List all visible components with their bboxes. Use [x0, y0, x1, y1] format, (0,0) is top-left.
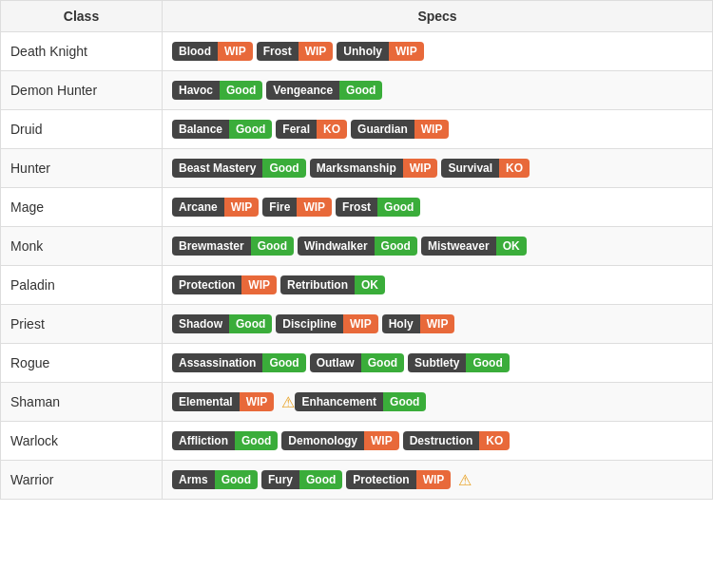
spec-status: Good: [220, 81, 262, 100]
spec-status: WIP: [420, 314, 455, 333]
spec-badge: WindwalkerGood: [298, 237, 417, 256]
spec-name: Brewmaster: [172, 237, 251, 256]
spec-name: Arms: [172, 470, 215, 489]
spec-name: Destruction: [403, 431, 480, 450]
spec-name: Outlaw: [310, 353, 361, 372]
warning-icon: ⚠: [458, 471, 472, 489]
spec-name: Mistweaver: [421, 237, 496, 256]
spec-badge: ShadowGood: [172, 314, 272, 333]
class-cell: Rogue: [1, 344, 163, 383]
spec-badge: ProtectionWIP: [172, 275, 277, 294]
spec-status: WIP: [241, 275, 277, 294]
spec-badge: ProtectionWIP: [346, 470, 451, 489]
spec-badge: EnhancementGood: [295, 392, 426, 411]
specs-cell: Beast MasteryGoodMarksmanshipWIPSurvival…: [163, 149, 713, 188]
spec-name: Affliction: [172, 431, 235, 450]
spec-name: Beast Mastery: [172, 159, 262, 178]
class-cell: Priest: [1, 305, 163, 344]
spec-name: Shadow: [172, 314, 229, 333]
spec-badge: HolyWIP: [382, 314, 455, 333]
spec-name: Balance: [172, 120, 229, 139]
spec-status: Good: [262, 353, 305, 372]
spec-status: OK: [355, 275, 385, 294]
spec-name: Blood: [172, 42, 218, 61]
spec-name: Havoc: [172, 81, 220, 100]
spec-badge: Beast MasteryGood: [172, 159, 306, 178]
spec-status: Good: [251, 237, 294, 256]
spec-name: Holy: [382, 314, 420, 333]
spec-badge: ArmsGood: [172, 470, 258, 489]
spec-status: WIP: [224, 198, 260, 217]
spec-name: Enhancement: [295, 392, 383, 411]
spec-name: Marksmanship: [310, 159, 403, 178]
spec-name: Guardian: [351, 120, 414, 139]
spec-status: Good: [229, 120, 272, 139]
spec-status: WIP: [299, 42, 334, 61]
spec-name: Protection: [172, 275, 241, 294]
spec-status: Good: [466, 353, 509, 372]
spec-name: Vengeance: [266, 81, 339, 100]
spec-name: Fury: [261, 470, 299, 489]
specs-cell: ArcaneWIPFireWIPFrostGood: [163, 188, 713, 227]
specs-cell: AfflictionGoodDemonologyWIPDestructionKO: [163, 422, 713, 461]
spec-name: Frost: [336, 198, 377, 217]
spec-name: Windwalker: [298, 237, 375, 256]
spec-badge: SubtletyGood: [408, 353, 510, 372]
spec-name: Demonology: [281, 431, 364, 450]
spec-badge: FeralKO: [276, 120, 347, 139]
class-cell: Warrior: [1, 461, 163, 500]
spec-name: Protection: [346, 470, 415, 489]
class-cell: Monk: [1, 227, 163, 266]
spec-status: WIP: [297, 198, 332, 217]
spec-badge: RetributionOK: [280, 275, 385, 294]
spec-status: WIP: [218, 42, 253, 61]
spec-name: Unholy: [337, 42, 389, 61]
spec-name: Survival: [441, 159, 499, 178]
spec-name: Fire: [262, 198, 297, 217]
class-cell: Hunter: [1, 149, 163, 188]
spec-badge: FuryGood: [261, 470, 342, 489]
spec-name: Retribution: [280, 275, 355, 294]
spec-name: Elemental: [172, 392, 240, 411]
class-cell: Demon Hunter: [1, 71, 163, 110]
specs-cell: BalanceGoodFeralKOGuardianWIP: [163, 110, 713, 149]
spec-status: OK: [496, 237, 527, 256]
spec-badge: MarksmanshipWIP: [310, 159, 438, 178]
specs-cell: HavocGoodVengeanceGood: [163, 71, 713, 110]
spec-status: WIP: [364, 431, 399, 450]
spec-badge: FireWIP: [262, 198, 332, 217]
spec-badge: DestructionKO: [403, 431, 511, 450]
spec-status: Good: [361, 353, 404, 372]
spec-badge: ElementalWIP: [172, 392, 274, 411]
spec-name: Arcane: [172, 198, 224, 217]
spec-badge: MistweaverOK: [421, 237, 527, 256]
class-cell: Death Knight: [1, 32, 163, 71]
spec-status: Good: [339, 81, 382, 100]
class-cell: Mage: [1, 188, 163, 227]
spec-badge: AssassinationGood: [172, 353, 306, 372]
spec-status: WIP: [389, 42, 424, 61]
spec-status: WIP: [403, 159, 438, 178]
spec-badge: BrewmasterGood: [172, 237, 294, 256]
spec-status: Good: [235, 431, 278, 450]
specs-cell: AssassinationGoodOutlawGoodSubtletyGood: [163, 344, 713, 383]
spec-badge: BalanceGood: [172, 120, 272, 139]
class-cell: Warlock: [1, 422, 163, 461]
spec-status: WIP: [414, 120, 450, 139]
spec-status: KO: [479, 431, 510, 450]
spec-badge: DisciplineWIP: [276, 314, 377, 333]
spec-badge: GuardianWIP: [351, 120, 449, 139]
spec-name: Frost: [257, 42, 299, 61]
specs-cell: ElementalWIP⚠EnhancementGood: [163, 383, 713, 422]
spec-status: Good: [299, 470, 342, 489]
class-header: Class: [1, 1, 163, 32]
spec-badge: HavocGood: [172, 81, 262, 100]
class-cell: Shaman: [1, 383, 163, 422]
specs-cell: BrewmasterGoodWindwalkerGoodMistweaverOK: [163, 227, 713, 266]
spec-badge: FrostWIP: [257, 42, 334, 61]
specs-table: Class Specs Death KnightBloodWIPFrostWIP…: [0, 0, 713, 500]
warning-icon: ⚠: [281, 393, 295, 411]
spec-name: Subtlety: [408, 353, 466, 372]
spec-badge: DemonologyWIP: [281, 431, 398, 450]
specs-cell: ShadowGoodDisciplineWIPHolyWIP: [163, 305, 713, 344]
